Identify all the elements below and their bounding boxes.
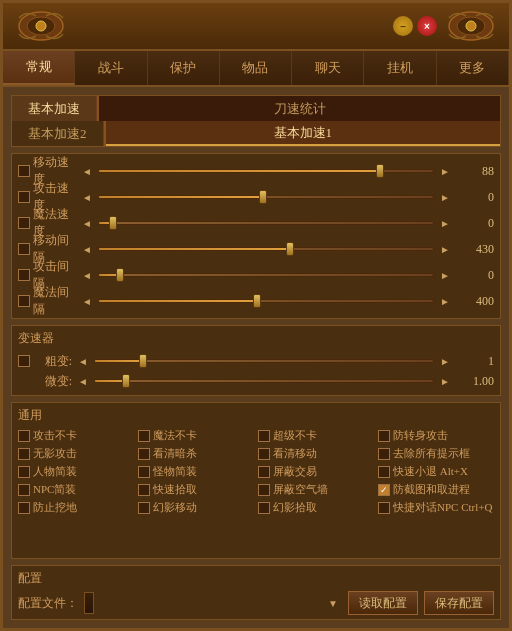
sub-tab-knife-stats[interactable]: 刀速统计 xyxy=(99,96,500,121)
svg-point-2 xyxy=(36,21,46,31)
item-no-attack-stuck[interactable]: 攻击不卡 xyxy=(18,428,134,443)
sub-tab-basic-boost2[interactable]: 基本加速2 xyxy=(12,121,104,146)
item-screenshot-progress[interactable]: 防截图和取进程 xyxy=(378,482,494,497)
checkbox-move-interval[interactable] xyxy=(18,243,30,255)
checkbox-no-shadow-attack[interactable] xyxy=(18,448,30,460)
checkbox-phantom-pickup[interactable] xyxy=(258,502,270,514)
coarse-row: 粗变: ◄ ► 1 xyxy=(18,351,494,371)
slider-track-move-speed[interactable] xyxy=(98,164,434,178)
slider-arrow-left-3[interactable]: ◄ xyxy=(80,244,94,255)
slider-row-move-interval: 移动间隔 ◄ ► 430 xyxy=(18,238,494,260)
checkbox-stop-dig[interactable] xyxy=(18,502,30,514)
checkbox-magic-interval[interactable] xyxy=(18,295,30,307)
slider-track-magic-interval[interactable] xyxy=(98,294,434,308)
item-person-simplify[interactable]: 人物简装 xyxy=(18,464,134,479)
slider-arrow-right-4[interactable]: ► xyxy=(438,270,452,281)
checkbox-shadow-move[interactable] xyxy=(138,502,150,514)
item-npc-simplify[interactable]: NPC简装 xyxy=(18,482,134,497)
tab-general[interactable]: 常规 xyxy=(3,51,75,85)
slider-arrow-right-0[interactable]: ► xyxy=(438,166,452,177)
slider-track-coarse[interactable] xyxy=(94,354,434,368)
item-no-super-stuck[interactable]: 超级不卡 xyxy=(258,428,374,443)
slider-arrow-left-0[interactable]: ◄ xyxy=(80,166,94,177)
checkbox-clear-kill[interactable] xyxy=(138,448,150,460)
slider-track-attack-speed[interactable] xyxy=(98,190,434,204)
tab-chat[interactable]: 聊天 xyxy=(292,51,364,85)
item-quick-npc-dialog[interactable]: 快捷对话NPC Ctrl+Q xyxy=(378,500,494,515)
sub-tab-basic-boost[interactable]: 基本加速 xyxy=(12,96,97,121)
slider-arrow-coarse-left[interactable]: ◄ xyxy=(76,356,90,367)
checkbox-fast-logout[interactable] xyxy=(378,466,390,478)
checkbox-fast-pickup[interactable] xyxy=(138,484,150,496)
item-defense-attack[interactable]: 防转身攻击 xyxy=(378,428,494,443)
checkbox-remove-tips[interactable] xyxy=(378,448,390,460)
slider-track-fine[interactable] xyxy=(94,374,434,388)
general-section: 通用 攻击不卡 魔法不卡 超级不卡 防转身攻击 xyxy=(11,402,501,559)
checkbox-monster-simplify[interactable] xyxy=(138,466,150,478)
item-no-magic-stuck[interactable]: 魔法不卡 xyxy=(138,428,254,443)
item-screen-trade[interactable]: 屏蔽交易 xyxy=(258,464,374,479)
item-shadow-move[interactable]: 幻影移动 xyxy=(138,500,254,515)
item-remove-tips[interactable]: 去除所有提示框 xyxy=(378,446,494,461)
slider-value-magic-interval: 400 xyxy=(456,294,494,309)
checkbox-no-attack-stuck[interactable] xyxy=(18,430,30,442)
minimize-button[interactable]: – xyxy=(393,16,413,36)
general-checkbox-grid: 攻击不卡 魔法不卡 超级不卡 防转身攻击 无影攻击 xyxy=(18,428,494,515)
close-button[interactable]: × xyxy=(417,16,437,36)
sub-tab-basic-boost1[interactable]: 基本加速1 xyxy=(106,121,501,146)
checkbox-defense-attack[interactable] xyxy=(378,430,390,442)
slider-arrow-right-2[interactable]: ► xyxy=(438,218,452,229)
checkbox-person-simplify[interactable] xyxy=(18,466,30,478)
slider-arrow-right-1[interactable]: ► xyxy=(438,192,452,203)
tab-afk[interactable]: 挂机 xyxy=(364,51,436,85)
checkbox-attack-interval[interactable] xyxy=(18,269,30,281)
slider-track-magic-speed[interactable] xyxy=(98,216,434,230)
item-fast-pickup[interactable]: 快速拾取 xyxy=(138,482,254,497)
item-clear-kill[interactable]: 看清暗杀 xyxy=(138,446,254,461)
slider-track-move-interval[interactable] xyxy=(98,242,434,256)
checkbox-npc-simplify[interactable] xyxy=(18,484,30,496)
slider-arrow-left-5[interactable]: ◄ xyxy=(80,296,94,307)
slider-arrow-right-5[interactable]: ► xyxy=(438,296,452,307)
slider-arrow-coarse-right[interactable]: ► xyxy=(438,356,452,367)
sub-tab-row-bottom: 基本加速2 基本加速1 xyxy=(12,121,500,146)
checkbox-quick-npc-dialog[interactable] xyxy=(378,502,390,514)
checkbox-no-super-stuck[interactable] xyxy=(258,430,270,442)
slider-value-attack-speed: 0 xyxy=(456,190,494,205)
item-stop-dig[interactable]: 防止挖地 xyxy=(18,500,134,515)
coarse-value: 1 xyxy=(456,354,494,369)
main-window: – × 常规 战斗 保护 物品 聊天 挂机 更多 基本加 xyxy=(0,0,512,631)
config-select-wrapper: ▼ xyxy=(84,592,342,614)
slider-arrow-left-2[interactable]: ◄ xyxy=(80,218,94,229)
checkbox-clear-move[interactable] xyxy=(258,448,270,460)
tab-combat[interactable]: 战斗 xyxy=(75,51,147,85)
item-fast-logout[interactable]: 快速小退 Alt+X xyxy=(378,464,494,479)
save-config-button[interactable]: 保存配置 xyxy=(424,591,494,615)
item-screen-air-wall[interactable]: 屏蔽空气墙 xyxy=(258,482,374,497)
config-title: 配置 xyxy=(18,570,494,587)
tab-more[interactable]: 更多 xyxy=(437,51,509,85)
slider-arrow-fine-right[interactable]: ► xyxy=(438,376,452,387)
slider-arrow-left-1[interactable]: ◄ xyxy=(80,192,94,203)
checkbox-screen-trade[interactable] xyxy=(258,466,270,478)
checkbox-screenshot-progress[interactable] xyxy=(378,484,390,496)
checkbox-attack-speed[interactable] xyxy=(18,191,30,203)
slider-row-attack-interval: 攻击间隔 ◄ ► 0 xyxy=(18,264,494,286)
item-phantom-pickup[interactable]: 幻影拾取 xyxy=(258,500,374,515)
checkbox-coarse[interactable] xyxy=(18,355,30,367)
item-no-shadow-attack[interactable]: 无影攻击 xyxy=(18,446,134,461)
checkbox-no-magic-stuck[interactable] xyxy=(138,430,150,442)
slider-arrow-left-4[interactable]: ◄ xyxy=(80,270,94,281)
slider-arrow-fine-left[interactable]: ◄ xyxy=(76,376,90,387)
item-monster-simplify[interactable]: 怪物简装 xyxy=(138,464,254,479)
read-config-button[interactable]: 读取配置 xyxy=(348,591,418,615)
checkbox-screen-air-wall[interactable] xyxy=(258,484,270,496)
slider-track-attack-interval[interactable] xyxy=(98,268,434,282)
config-file-select[interactable] xyxy=(84,592,94,614)
slider-arrow-right-3[interactable]: ► xyxy=(438,244,452,255)
checkbox-magic-speed[interactable] xyxy=(18,217,30,229)
checkbox-move-speed[interactable] xyxy=(18,165,30,177)
tab-items[interactable]: 物品 xyxy=(220,51,292,85)
tab-protect[interactable]: 保护 xyxy=(148,51,220,85)
item-clear-move[interactable]: 看清移动 xyxy=(258,446,374,461)
